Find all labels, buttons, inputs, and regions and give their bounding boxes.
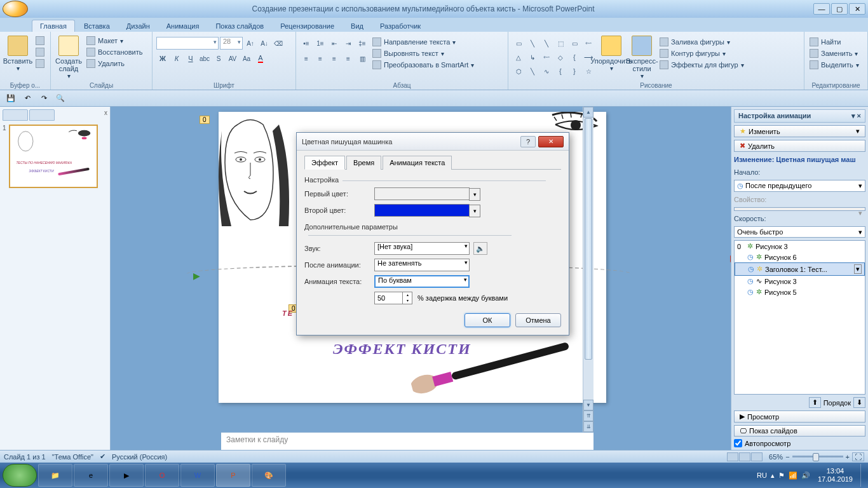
indent-inc-button[interactable]: ⇥: [342, 37, 355, 50]
preview-button[interactable]: ▶Просмотр: [734, 410, 865, 423]
animation-pane-menu[interactable]: ▾ ×: [851, 112, 861, 120]
scroll-up-button[interactable]: ▲: [583, 107, 593, 118]
reset-button[interactable]: Восстановить: [85, 47, 144, 57]
columns-button[interactable]: ▥: [356, 52, 369, 65]
format-painter-button[interactable]: [34, 58, 46, 69]
qat-extra-button[interactable]: 🔍: [53, 92, 67, 105]
tray-expand-icon[interactable]: ▴: [771, 471, 775, 480]
start-button[interactable]: [3, 464, 37, 487]
maximize-button[interactable]: ▢: [831, 3, 848, 15]
bold-button[interactable]: Ж: [156, 52, 169, 65]
copy-button[interactable]: [34, 47, 46, 57]
align-left-button[interactable]: ≡: [300, 52, 313, 65]
thumbnails-tab-slides[interactable]: [3, 109, 28, 121]
replace-button[interactable]: Заменить▾: [808, 48, 860, 58]
indent-dec-button[interactable]: ⇤: [328, 37, 341, 50]
grow-font-button[interactable]: A↑: [244, 37, 257, 50]
sound-volume-button[interactable]: 🔈: [473, 242, 487, 255]
new-slide-button[interactable]: Создать слайд▾: [55, 33, 83, 79]
second-color-picker[interactable]: [374, 204, 470, 217]
animation-list[interactable]: 0✲Рисунок 3 ◷✲Рисунок 6 ◷✲Заголовок 1: Т…: [734, 240, 865, 395]
item-menu-button[interactable]: ▾: [854, 264, 862, 274]
tray-action-icon[interactable]: ⚑: [778, 471, 785, 480]
prev-slide-button[interactable]: ⇈: [583, 410, 593, 421]
scroll-thumb[interactable]: [585, 118, 592, 360]
paint-taskbar-button[interactable]: 🎨: [252, 464, 286, 487]
status-language[interactable]: Русский (Россия): [112, 453, 167, 461]
speed-combo[interactable]: Очень быстро: [734, 226, 865, 238]
anim-item-2[interactable]: ◷✲Заголовок 1: Тест...▾: [735, 262, 865, 276]
powerpoint-taskbar-button[interactable]: P: [216, 464, 250, 487]
thumbnails-close[interactable]: x: [104, 109, 107, 122]
align-center-button[interactable]: ≡: [314, 52, 327, 65]
dialog-tab-textanim[interactable]: Анимация текста: [383, 156, 452, 170]
shrink-font-button[interactable]: A↓: [258, 37, 271, 50]
paste-button[interactable]: Вставить▾: [4, 33, 32, 72]
tab-insert[interactable]: Вставка: [76, 20, 118, 32]
tab-home[interactable]: Главная: [32, 20, 75, 32]
explorer-taskbar-button[interactable]: 📁: [38, 464, 72, 487]
font-size-combo[interactable]: 28: [220, 37, 243, 50]
show-desktop-button[interactable]: [860, 464, 865, 487]
case-button[interactable]: Aa: [240, 52, 253, 65]
anim-item-1[interactable]: ◷✲Рисунок 6: [735, 252, 865, 262]
italic-button[interactable]: К: [170, 52, 183, 65]
first-color-picker[interactable]: [374, 187, 470, 200]
delete-effect-button[interactable]: ✖Удалить: [734, 140, 865, 152]
tab-developer[interactable]: Разработчик: [372, 20, 428, 32]
tab-review[interactable]: Рецензирование: [273, 20, 342, 32]
clear-format-button[interactable]: ⌫: [272, 37, 285, 50]
sorter-view-button[interactable]: [739, 452, 750, 461]
zoom-out-button[interactable]: −: [785, 453, 789, 461]
next-slide-button[interactable]: ⇊: [583, 421, 593, 432]
tab-animation[interactable]: Анимация: [159, 20, 207, 32]
thumbnails-tab-outline[interactable]: [29, 109, 55, 121]
slide-thumbnail-1[interactable]: 1 ТЕСТЫ ПО НАНЕСЕНИЮ МАКИЯЖА ЭФФЕКТ КИСТ…: [3, 125, 107, 188]
shape-outline-button[interactable]: Контур фигуры▾: [658, 48, 745, 58]
save-button[interactable]: 💾: [4, 92, 18, 105]
order-up-button[interactable]: ⬆: [809, 397, 821, 408]
tab-design[interactable]: Дизайн: [119, 20, 158, 32]
delay-spinbox[interactable]: 50: [374, 292, 412, 304]
spellcheck-icon[interactable]: ✔: [100, 452, 105, 461]
sound-combo[interactable]: [Нет звука]: [374, 242, 470, 255]
bullets-button[interactable]: •≡: [300, 37, 313, 50]
scroll-down-button[interactable]: ▼: [583, 400, 593, 410]
word-taskbar-button[interactable]: W: [180, 464, 215, 487]
close-button[interactable]: ✕: [849, 3, 865, 15]
minimize-button[interactable]: —: [813, 3, 830, 15]
layout-button[interactable]: Макет▾: [85, 36, 144, 46]
change-effect-button[interactable]: ★Изменить▾: [734, 125, 865, 137]
undo-button[interactable]: ↶: [20, 92, 34, 105]
opera-taskbar-button[interactable]: O: [145, 464, 179, 487]
fit-button[interactable]: ⛶: [852, 452, 864, 461]
shape-effects-button[interactable]: Эффекты для фигур▾: [658, 60, 745, 70]
anim-item-3[interactable]: ◷∿Рисунок 3: [735, 276, 865, 287]
slideshow-button[interactable]: 🖵Показ слайдов: [734, 425, 865, 437]
media-taskbar-button[interactable]: ▶: [109, 464, 144, 487]
redo-button[interactable]: ↷: [37, 92, 51, 105]
after-anim-combo[interactable]: Не затемнять: [374, 259, 470, 271]
line-spacing-button[interactable]: ‡≡: [356, 37, 369, 50]
autopreview-checkbox[interactable]: Автопросмотр: [734, 439, 865, 447]
delete-slide-button[interactable]: Удалить: [85, 58, 144, 69]
quick-styles-button[interactable]: Экспресс-стили▾: [628, 33, 656, 79]
zoom-in-button[interactable]: +: [846, 453, 850, 461]
tray-lang[interactable]: RU: [757, 471, 767, 479]
dialog-close-button[interactable]: ✕: [538, 136, 564, 147]
anim-item-0[interactable]: 0✲Рисунок 3: [735, 241, 865, 252]
notes-pane[interactable]: Заметки к слайду: [221, 432, 593, 450]
smartart-button[interactable]: Преобразовать в SmartArt▾: [371, 60, 475, 70]
shadow-button[interactable]: S: [212, 52, 225, 65]
cancel-button[interactable]: Отмена: [515, 313, 561, 327]
strike-button[interactable]: abc: [198, 52, 211, 65]
tab-view[interactable]: Вид: [343, 20, 371, 32]
vertical-scrollbar[interactable]: ▲ ▼ ⇈ ⇊: [583, 107, 593, 432]
align-right-button[interactable]: ≡: [328, 52, 341, 65]
text-anim-combo[interactable]: По буквам: [374, 275, 470, 288]
text-direction-button[interactable]: Направление текста▾: [371, 37, 475, 47]
font-name-combo[interactable]: [156, 37, 219, 50]
tray-volume-icon[interactable]: 🔊: [801, 471, 810, 480]
find-button[interactable]: Найти: [808, 37, 860, 47]
anim-item-4[interactable]: ◷✲Рисунок 5: [735, 287, 865, 297]
